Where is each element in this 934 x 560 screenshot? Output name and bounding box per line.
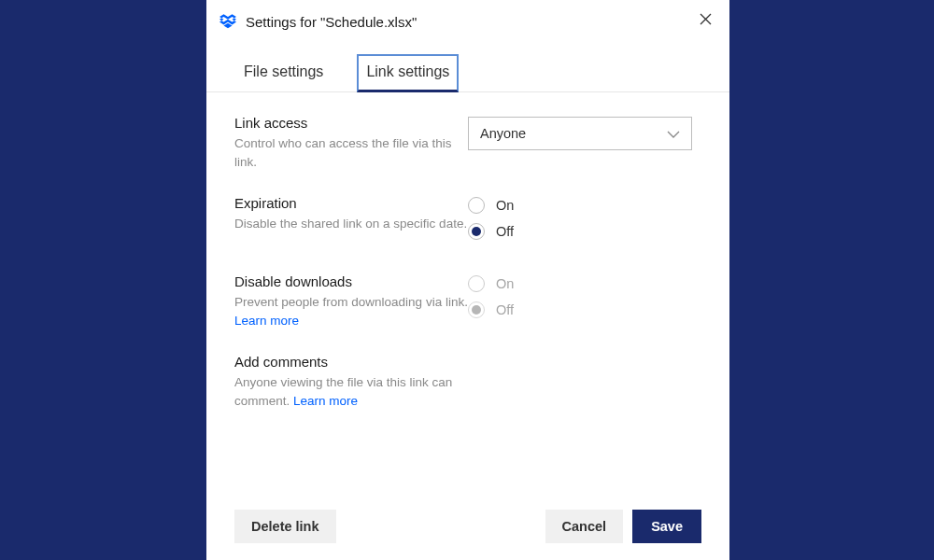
radio-label-on: On bbox=[496, 198, 514, 213]
link-access-desc: Control who can access the file via this… bbox=[234, 134, 468, 171]
disable-downloads-radio-on: On bbox=[468, 275, 701, 292]
learn-more-link[interactable]: Learn more bbox=[234, 314, 299, 328]
cancel-button[interactable]: Cancel bbox=[545, 510, 624, 543]
expiration-title: Expiration bbox=[234, 195, 468, 211]
disable-downloads-title: Disable downloads bbox=[234, 273, 468, 289]
row-disable-downloads: Disable downloads Prevent people from do… bbox=[234, 273, 701, 329]
radio-label-off: Off bbox=[496, 302, 514, 317]
delete-link-button[interactable]: Delete link bbox=[234, 510, 336, 543]
tab-link-settings[interactable]: Link settings bbox=[357, 54, 459, 92]
expiration-desc: Disable the shared link on a specific da… bbox=[234, 215, 468, 233]
save-button[interactable]: Save bbox=[632, 510, 701, 543]
expiration-radio-on[interactable]: On bbox=[468, 197, 701, 214]
radio-label-on: On bbox=[496, 276, 514, 291]
disable-downloads-desc: Prevent people from downloading via link… bbox=[234, 293, 468, 329]
radio-label-off: Off bbox=[496, 224, 514, 239]
expiration-radio-off[interactable]: Off bbox=[468, 223, 701, 240]
disable-downloads-radio-off: Off bbox=[468, 301, 701, 318]
row-add-comments: Add comments Anyone viewing the file via… bbox=[234, 354, 701, 410]
radio-icon bbox=[468, 275, 485, 292]
link-access-value: Anyone bbox=[480, 126, 526, 141]
settings-dialog: Settings for "Schedule.xlsx" File settin… bbox=[206, 0, 729, 560]
tab-file-settings[interactable]: File settings bbox=[234, 54, 333, 92]
tabs: File settings Link settings bbox=[206, 35, 729, 92]
dialog-title: Settings for "Schedule.xlsx" bbox=[246, 14, 417, 30]
dropbox-icon bbox=[219, 13, 236, 30]
radio-icon bbox=[468, 301, 485, 318]
dialog-footer: Delete link Cancel Save bbox=[234, 510, 701, 543]
dialog-content: Link access Control who can access the f… bbox=[206, 92, 729, 410]
row-link-access: Link access Control who can access the f… bbox=[234, 115, 701, 171]
close-button[interactable] bbox=[694, 9, 716, 32]
add-comments-title: Add comments bbox=[234, 354, 468, 370]
radio-icon bbox=[468, 223, 485, 240]
close-icon bbox=[700, 12, 712, 29]
dialog-header: Settings for "Schedule.xlsx" bbox=[206, 0, 729, 35]
learn-more-link[interactable]: Learn more bbox=[293, 394, 358, 408]
row-expiration: Expiration Disable the shared link on a … bbox=[234, 195, 701, 249]
link-access-select[interactable]: Anyone bbox=[468, 117, 692, 150]
add-comments-desc: Anyone viewing the file via this link ca… bbox=[234, 373, 468, 410]
chevron-down-icon bbox=[667, 126, 680, 141]
radio-icon bbox=[468, 197, 485, 214]
link-access-title: Link access bbox=[234, 115, 468, 131]
